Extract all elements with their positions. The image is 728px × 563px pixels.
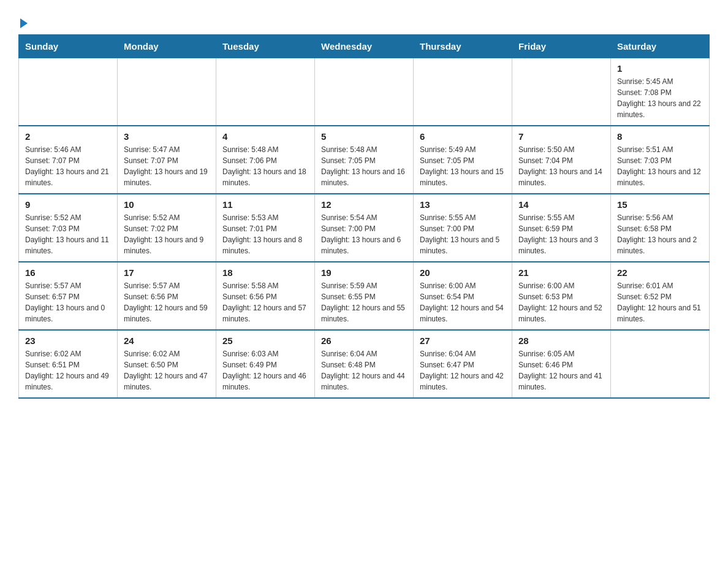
day-info-line: Sunset: 7:07 PM xyxy=(124,155,210,166)
day-info-line: Sunset: 7:05 PM xyxy=(420,155,506,166)
day-info-line: Daylight: 12 hours and 54 minutes. xyxy=(420,302,506,324)
day-number: 18 xyxy=(222,267,308,278)
day-info-line: Sunset: 6:49 PM xyxy=(222,359,308,370)
day-number: 28 xyxy=(518,335,604,346)
day-cell: 8Sunrise: 5:51 AMSunset: 7:03 PMDaylight… xyxy=(611,126,710,194)
day-info-line: Sunset: 7:00 PM xyxy=(420,223,506,234)
day-info-line: Sunrise: 6:00 AM xyxy=(518,280,604,291)
day-cell: 23Sunrise: 6:02 AMSunset: 6:51 PMDayligh… xyxy=(19,330,118,398)
day-info-line: Sunrise: 6:05 AM xyxy=(518,348,604,359)
day-number: 3 xyxy=(124,131,210,142)
day-info-line: Daylight: 13 hours and 14 minutes. xyxy=(518,166,604,188)
day-number: 10 xyxy=(124,199,210,210)
day-number: 15 xyxy=(617,199,703,210)
day-cell: 19Sunrise: 5:59 AMSunset: 6:55 PMDayligh… xyxy=(315,262,414,330)
day-info-line: Daylight: 13 hours and 2 minutes. xyxy=(617,234,703,256)
day-info-line: Sunrise: 5:56 AM xyxy=(617,212,703,223)
day-cell: 22Sunrise: 6:01 AMSunset: 6:52 PMDayligh… xyxy=(611,262,710,330)
header-cell-friday: Friday xyxy=(512,35,611,58)
day-info-line: Sunset: 7:05 PM xyxy=(321,155,407,166)
day-info-line: Daylight: 12 hours and 55 minutes. xyxy=(321,302,407,324)
calendar-table: SundayMondayTuesdayWednesdayThursdayFrid… xyxy=(18,34,710,399)
day-cell: 13Sunrise: 5:55 AMSunset: 7:00 PMDayligh… xyxy=(414,194,512,262)
day-info-line: Sunset: 7:06 PM xyxy=(222,155,308,166)
day-cell: 10Sunrise: 5:52 AMSunset: 7:02 PMDayligh… xyxy=(118,194,216,262)
week-row-1: 2Sunrise: 5:46 AMSunset: 7:07 PMDaylight… xyxy=(19,126,710,194)
day-cell: 21Sunrise: 6:00 AMSunset: 6:53 PMDayligh… xyxy=(512,262,611,330)
day-info-line: Sunset: 6:52 PM xyxy=(617,291,703,302)
day-info-line: Sunrise: 6:00 AM xyxy=(420,280,506,291)
header-cell-monday: Monday xyxy=(118,35,216,58)
day-info-line: Sunrise: 5:53 AM xyxy=(222,212,308,223)
day-cell: 26Sunrise: 6:04 AMSunset: 6:48 PMDayligh… xyxy=(315,330,414,398)
header-cell-tuesday: Tuesday xyxy=(216,35,315,58)
day-cell xyxy=(315,58,414,126)
day-cell: 6Sunrise: 5:49 AMSunset: 7:05 PMDaylight… xyxy=(414,126,512,194)
day-number: 2 xyxy=(25,131,111,142)
day-cell: 27Sunrise: 6:04 AMSunset: 6:47 PMDayligh… xyxy=(414,330,512,398)
day-info-line: Daylight: 13 hours and 21 minutes. xyxy=(25,166,111,188)
day-cell: 12Sunrise: 5:54 AMSunset: 7:00 PMDayligh… xyxy=(315,194,414,262)
day-info-line: Sunset: 6:55 PM xyxy=(321,291,407,302)
day-info-line: Sunrise: 5:59 AM xyxy=(321,280,407,291)
day-number: 5 xyxy=(321,131,407,142)
day-info-line: Daylight: 13 hours and 3 minutes. xyxy=(518,234,604,256)
logo xyxy=(18,12,28,28)
day-number: 17 xyxy=(124,267,210,278)
week-row-2: 9Sunrise: 5:52 AMSunset: 7:03 PMDaylight… xyxy=(19,194,710,262)
day-cell xyxy=(414,58,512,126)
day-cell: 28Sunrise: 6:05 AMSunset: 6:46 PMDayligh… xyxy=(512,330,611,398)
day-info-line: Sunset: 6:53 PM xyxy=(518,291,604,302)
day-cell: 7Sunrise: 5:50 AMSunset: 7:04 PMDaylight… xyxy=(512,126,611,194)
day-cell: 17Sunrise: 5:57 AMSunset: 6:56 PMDayligh… xyxy=(118,262,216,330)
header-cell-saturday: Saturday xyxy=(611,35,710,58)
day-number: 11 xyxy=(222,199,308,210)
day-info-line: Sunrise: 5:51 AM xyxy=(617,144,703,155)
day-number: 22 xyxy=(617,267,703,278)
page-header xyxy=(18,12,710,28)
day-number: 25 xyxy=(222,335,308,346)
day-info-line: Sunset: 6:56 PM xyxy=(222,291,308,302)
day-info-line: Sunset: 6:51 PM xyxy=(25,359,111,370)
day-info-line: Daylight: 13 hours and 5 minutes. xyxy=(420,234,506,256)
day-info-line: Sunrise: 6:02 AM xyxy=(124,348,210,359)
day-number: 7 xyxy=(518,131,604,142)
day-cell: 20Sunrise: 6:00 AMSunset: 6:54 PMDayligh… xyxy=(414,262,512,330)
header-cell-wednesday: Wednesday xyxy=(315,35,414,58)
day-info-line: Sunrise: 5:45 AM xyxy=(617,76,703,87)
day-number: 6 xyxy=(420,131,506,142)
day-cell: 9Sunrise: 5:52 AMSunset: 7:03 PMDaylight… xyxy=(19,194,118,262)
day-info-line: Sunset: 6:48 PM xyxy=(321,359,407,370)
day-cell: 15Sunrise: 5:56 AMSunset: 6:58 PMDayligh… xyxy=(611,194,710,262)
day-info-line: Daylight: 13 hours and 12 minutes. xyxy=(617,166,703,188)
day-info-line: Daylight: 13 hours and 22 minutes. xyxy=(617,98,703,120)
day-info-line: Daylight: 13 hours and 8 minutes. xyxy=(222,234,308,256)
day-cell xyxy=(19,58,118,126)
day-info-line: Daylight: 13 hours and 6 minutes. xyxy=(321,234,407,256)
day-info-line: Daylight: 12 hours and 52 minutes. xyxy=(518,302,604,324)
day-number: 12 xyxy=(321,199,407,210)
week-row-4: 23Sunrise: 6:02 AMSunset: 6:51 PMDayligh… xyxy=(19,330,710,398)
day-cell: 18Sunrise: 5:58 AMSunset: 6:56 PMDayligh… xyxy=(216,262,315,330)
day-info-line: Sunset: 7:08 PM xyxy=(617,87,703,98)
day-info-line: Daylight: 13 hours and 9 minutes. xyxy=(124,234,210,256)
day-info-line: Daylight: 12 hours and 46 minutes. xyxy=(222,370,308,393)
day-info-line: Sunset: 6:46 PM xyxy=(518,359,604,370)
header-row: SundayMondayTuesdayWednesdayThursdayFrid… xyxy=(19,35,710,58)
day-info-line: Daylight: 13 hours and 0 minutes. xyxy=(25,302,111,324)
day-info-line: Sunrise: 5:57 AM xyxy=(124,280,210,291)
day-number: 20 xyxy=(420,267,506,278)
day-info-line: Daylight: 12 hours and 44 minutes. xyxy=(321,370,407,393)
day-info-line: Sunrise: 6:03 AM xyxy=(222,348,308,359)
day-info-line: Sunset: 6:57 PM xyxy=(25,291,111,302)
day-number: 16 xyxy=(25,267,111,278)
day-number: 27 xyxy=(420,335,506,346)
day-info-line: Sunrise: 5:57 AM xyxy=(25,280,111,291)
day-info-line: Daylight: 12 hours and 47 minutes. xyxy=(124,370,210,393)
day-info-line: Sunrise: 5:48 AM xyxy=(321,144,407,155)
day-info-line: Sunrise: 6:04 AM xyxy=(420,348,506,359)
day-number: 1 xyxy=(617,63,703,74)
day-info-line: Daylight: 13 hours and 11 minutes. xyxy=(25,234,111,256)
day-info-line: Sunset: 7:01 PM xyxy=(222,223,308,234)
day-cell: 2Sunrise: 5:46 AMSunset: 7:07 PMDaylight… xyxy=(19,126,118,194)
